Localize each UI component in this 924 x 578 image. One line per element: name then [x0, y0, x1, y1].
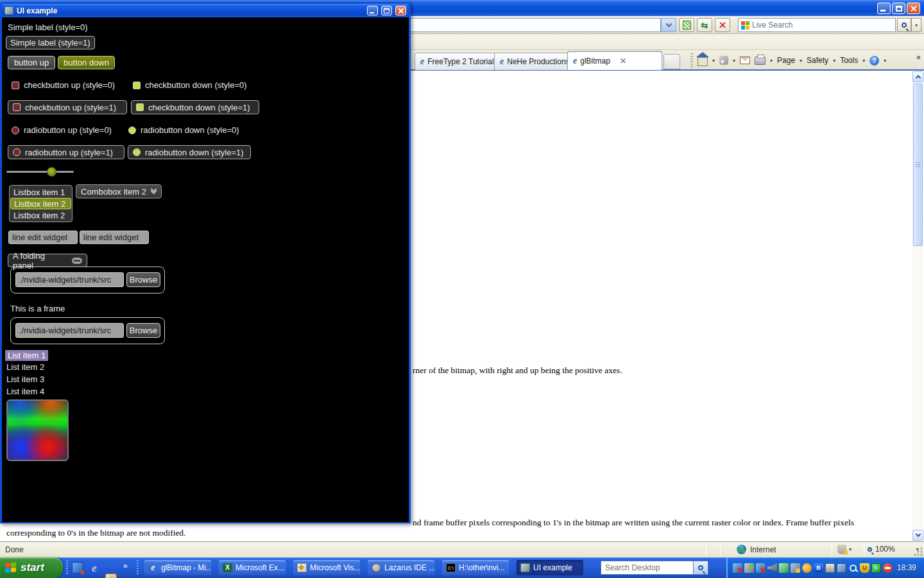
- browse-button[interactable]: Browse: [126, 323, 160, 338]
- slider-track[interactable]: [6, 171, 74, 173]
- refresh-button[interactable]: ⇆: [697, 18, 712, 32]
- list-item[interactable]: List item 3: [6, 374, 44, 384]
- radiobutton-down-style0[interactable]: radiobutton down (style=0): [128, 125, 239, 135]
- radiobutton-up-style1[interactable]: radiobutton up (style=1): [8, 145, 124, 159]
- line-edit-2[interactable]: line edit widget: [80, 231, 149, 244]
- page-menu[interactable]: Page: [777, 56, 795, 65]
- list-item-selected[interactable]: List item 1: [5, 350, 48, 361]
- taskbar-button-glbitmap[interactable]: e glBitmap - Mi...: [144, 560, 211, 575]
- listbox[interactable]: Listbox item 1 Listbox item 2 Listbox it…: [9, 185, 73, 222]
- tray-network-disconnected-icon[interactable]: [756, 563, 766, 573]
- tab-glbitmap[interactable]: e glBitmap ✕: [567, 51, 662, 70]
- list-item[interactable]: List item 4: [6, 387, 44, 396]
- print-icon[interactable]: [755, 57, 766, 65]
- listbox-item[interactable]: Listbox item 2: [10, 209, 71, 221]
- show-desktop-icon[interactable]: [72, 562, 83, 574]
- help-icon[interactable]: ?: [869, 56, 879, 66]
- live-search-input[interactable]: [752, 21, 893, 30]
- new-tab-button[interactable]: [663, 54, 680, 69]
- tray-sync-icon[interactable]: ↻: [871, 563, 881, 573]
- scroll-down-button[interactable]: [912, 530, 923, 541]
- radio-icon[interactable]: [133, 148, 141, 156]
- tray-bluetooth-icon[interactable]: B: [814, 563, 823, 573]
- feeds-caret-icon[interactable]: ▾: [733, 58, 735, 64]
- collapse-icon[interactable]: [72, 258, 82, 264]
- list-item[interactable]: List item 2: [6, 362, 44, 372]
- address-dropdown-button[interactable]: [661, 18, 676, 32]
- outlook-icon[interactable]: [105, 574, 117, 578]
- radiobutton-up-style0[interactable]: radiobutton up (style=0): [12, 125, 112, 135]
- start-button[interactable]: start: [0, 557, 63, 578]
- tray-network-disconnected-icon[interactable]: [733, 563, 742, 573]
- radio-icon[interactable]: [128, 127, 136, 134]
- resize-grip[interactable]: [914, 547, 923, 556]
- checkbutton-down-style0[interactable]: checkbutton down (style=0): [133, 80, 247, 90]
- checkbutton-down-style1[interactable]: checkbutton down (style=1): [131, 100, 259, 114]
- tools-menu[interactable]: Tools: [840, 56, 858, 65]
- safety-menu[interactable]: Safety: [807, 56, 828, 65]
- search-button[interactable]: [897, 18, 911, 32]
- checkbox-icon[interactable]: [133, 82, 141, 89]
- desktop-search-input[interactable]: [601, 561, 693, 575]
- tab-freetype[interactable]: e FreeType 2 Tutorial: [415, 53, 500, 70]
- tray-shield-icon[interactable]: U: [860, 563, 869, 573]
- desktop-search-bar[interactable]: [601, 561, 708, 575]
- button-down[interactable]: button down: [58, 56, 115, 69]
- tray-display-icon[interactable]: [825, 563, 835, 573]
- path-input[interactable]: ./nvidia-widgets/trunk/src: [15, 272, 124, 287]
- toolbar-overflow-chevron[interactable]: »: [916, 53, 921, 62]
- checkbox-icon[interactable]: [12, 82, 19, 89]
- browse-button[interactable]: Browse: [126, 272, 160, 287]
- close-button[interactable]: [907, 3, 920, 14]
- tray-wireless-icon[interactable]: [744, 563, 754, 573]
- tray-security-icon[interactable]: [791, 563, 800, 573]
- taskbar-button-ui-example[interactable]: UI example: [517, 560, 583, 575]
- restore-button[interactable]: [892, 3, 905, 14]
- zoom-control[interactable]: 100% ▾: [868, 545, 919, 554]
- quicklaunch-chevron-icon[interactable]: »: [123, 561, 128, 570]
- tray-updates-icon[interactable]: [802, 563, 812, 573]
- stop-button[interactable]: ✕: [715, 18, 730, 32]
- radio-icon[interactable]: [12, 127, 19, 134]
- maximize-button[interactable]: [381, 6, 392, 15]
- folding-panel-header[interactable]: A folding panel: [8, 254, 87, 267]
- read-mail-icon[interactable]: [740, 57, 750, 64]
- live-search-box[interactable]: [738, 18, 896, 32]
- tray-safely-remove-icon[interactable]: [779, 563, 789, 573]
- minimize-button[interactable]: [877, 3, 891, 14]
- close-button[interactable]: [395, 6, 406, 15]
- compatibility-view-button[interactable]: [679, 18, 694, 32]
- checkbutton-up-style1[interactable]: checkbutton up (style=1): [8, 100, 127, 114]
- print-caret-icon[interactable]: ▾: [770, 58, 773, 64]
- listbox-item[interactable]: Listbox item 1: [10, 186, 71, 198]
- scroll-up-button[interactable]: [912, 71, 923, 82]
- search-options-button[interactable]: ▾: [911, 18, 921, 32]
- protected-mode-control[interactable]: ▾: [837, 545, 851, 554]
- home-icon[interactable]: [697, 57, 708, 66]
- tab-close-icon[interactable]: ✕: [620, 57, 626, 66]
- window-titlebar[interactable]: UI example: [2, 4, 409, 17]
- internet-explorer-icon[interactable]: e: [89, 562, 100, 574]
- tray-volume-icon[interactable]: [767, 563, 777, 573]
- taskbar-button-cmd[interactable]: C:\ H:\other\nvi...: [442, 560, 509, 575]
- checkbox-icon[interactable]: [13, 103, 21, 111]
- home-caret-icon[interactable]: ▾: [712, 58, 715, 64]
- slider-knob[interactable]: [47, 167, 56, 177]
- path-input[interactable]: ./nvidia-widgets/trunk/src: [15, 323, 124, 338]
- combobox[interactable]: Combobox item 2: [76, 184, 162, 198]
- taskbar-button-lazarus[interactable]: Lazarus IDE ...: [368, 560, 434, 575]
- desktop-search-button[interactable]: [693, 561, 708, 575]
- tray-magnifier-icon[interactable]: [848, 563, 858, 573]
- taskbar-button-excel[interactable]: X Microsoft Ex...: [219, 560, 286, 575]
- checkbutton-up-style0[interactable]: checkbutton up (style=0): [12, 80, 115, 90]
- checkbox-icon[interactable]: [136, 103, 144, 111]
- scrollbar-thumb[interactable]: [913, 83, 923, 246]
- line-edit-1[interactable]: line edit widget: [8, 231, 78, 244]
- tray-blocked-icon[interactable]: [883, 563, 893, 573]
- minimize-button[interactable]: [367, 6, 378, 15]
- listbox-item-selected[interactable]: Listbox item 2: [10, 198, 71, 209]
- radiobutton-down-style1[interactable]: radiobutton down (style=1): [128, 145, 251, 159]
- radio-icon[interactable]: [13, 148, 21, 156]
- tray-clipboard-icon[interactable]: [837, 563, 846, 573]
- button-up[interactable]: button up: [8, 56, 55, 69]
